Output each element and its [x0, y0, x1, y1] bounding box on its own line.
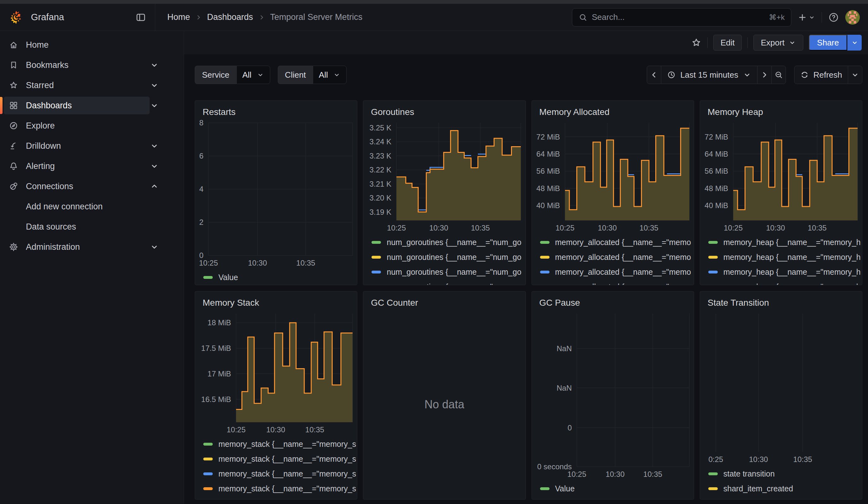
legend-marker	[540, 271, 549, 274]
legend-item[interactable]: Value	[203, 270, 357, 285]
svg-text:18 MiB: 18 MiB	[207, 318, 231, 327]
zoom-out-time-button[interactable]	[772, 66, 786, 84]
sidebar-item-label: Drilldown	[26, 141, 61, 151]
add-new-button[interactable]	[798, 13, 815, 22]
chevron-down-icon[interactable]	[149, 161, 159, 171]
chart-canvas[interactable]: 0246810:2510:3010:35	[195, 119, 357, 269]
chart-canvas[interactable]: 0 seconds0NaNNaN10:2510:3010:35	[532, 310, 694, 481]
chevron-down-icon[interactable]	[149, 242, 159, 252]
svg-text:10:30: 10:30	[248, 259, 267, 267]
chart-canvas[interactable]: 0:2510:3010:35	[700, 310, 862, 466]
service-selected-value: All	[242, 70, 251, 80]
legend-label: memory_allocated {__name__="memo	[555, 238, 691, 247]
legend-item[interactable]: memory_heap {__name__="memory_h	[708, 250, 862, 265]
breadcrumb-dashboards[interactable]: Dashboards	[207, 12, 253, 22]
legend-item[interactable]: memory_allocated {__name__="memo	[540, 250, 694, 265]
sidebar-item-starred[interactable]: Starred	[0, 75, 184, 95]
panel-title[interactable]: GC Counter	[363, 291, 525, 310]
panel-title[interactable]: Memory Heap	[700, 101, 862, 119]
legend-label: num_goroutines {__name__="num_go	[387, 253, 521, 262]
sidebar-item-bookmarks[interactable]: Bookmarks	[0, 55, 184, 75]
chevron-down-icon[interactable]	[149, 141, 159, 151]
legend-label: num_goroutines {__name__="num_go	[387, 238, 521, 247]
search-input[interactable]: Search... ⌘+k	[572, 8, 791, 27]
panel-memory-stack: Memory Stack 16.5 MiB17 MiB17.5 MiB18 Mi…	[195, 291, 357, 500]
panel-title[interactable]: Restarts	[195, 101, 357, 119]
legend-marker	[540, 256, 549, 259]
chart-canvas[interactable]: 40 MiB48 MiB56 MiB64 MiB72 MiB10:2510:30…	[532, 119, 694, 234]
user-avatar[interactable]	[845, 10, 860, 25]
legend-label: memory_stack {__name__="memory_s	[218, 454, 356, 464]
sidebar-item-add-new-connection[interactable]: Add new connection	[0, 196, 184, 217]
panel-title[interactable]: GC Pause	[532, 291, 694, 310]
legend-item[interactable]: memory_stack {__name__="memory_s	[203, 437, 357, 452]
panel-legend: Value	[532, 481, 694, 499]
legend-item[interactable]: memory_stack {__name__="memory_s	[203, 481, 357, 496]
sidebar-toggle-icon[interactable]	[135, 12, 146, 23]
legend-label: Value	[218, 273, 238, 282]
chart-canvas[interactable]: 40 MiB48 MiB56 MiB64 MiB72 MiB10:2510:30…	[700, 119, 862, 234]
favorite-star-button[interactable]	[691, 37, 702, 48]
legend-item[interactable]: memory_allocated {__name__="memo	[540, 279, 694, 285]
sidebar-item-dashboards[interactable]: Dashboards	[0, 95, 184, 116]
legend-marker	[708, 472, 718, 475]
legend-item[interactable]: num_goroutines {__name__="num_go	[372, 250, 525, 265]
svg-text:72 MiB: 72 MiB	[536, 133, 560, 141]
legend-item[interactable]: num_goroutines {__name__="num_go	[372, 265, 525, 279]
svg-text:10:25: 10:25	[567, 470, 586, 479]
export-button[interactable]: Export	[753, 35, 803, 51]
panel-gc-counter: GC Counter No data	[363, 291, 526, 500]
sidebar-item-alerting[interactable]: Alerting	[0, 156, 184, 176]
share-dropdown-button[interactable]	[847, 35, 862, 51]
legend-item[interactable]: num_goroutines {__name__="num_go	[372, 235, 525, 250]
time-shift-back-button[interactable]	[647, 66, 661, 84]
panel-title[interactable]: Goroutines	[363, 101, 525, 119]
legend-item[interactable]: Value	[540, 481, 694, 496]
svg-text:0: 0	[568, 423, 572, 432]
chart-canvas[interactable]: 3.19 K3.20 K3.21 K3.22 K3.23 K3.24 K3.25…	[363, 119, 525, 234]
legend-item[interactable]: memory_heap {__name__="memory_h	[708, 235, 862, 250]
legend-label: memory_stack {__name__="memory_s	[218, 440, 356, 449]
sidebar-item-drilldown[interactable]: Drilldown	[0, 136, 184, 156]
legend-item[interactable]: memory_heap {__name__="memory_h	[708, 265, 862, 279]
legend-item[interactable]: memory_stack {__name__="memory_s	[203, 466, 357, 481]
sidebar-item-explore[interactable]: Explore	[0, 116, 184, 136]
refresh-label: Refresh	[813, 70, 842, 80]
chart-canvas[interactable]: 16.5 MiB17 MiB17.5 MiB18 MiB10:2510:3010…	[195, 310, 357, 436]
edit-button[interactable]: Edit	[713, 35, 742, 51]
chevron-down-icon[interactable]	[149, 101, 159, 110]
chevron-up-icon[interactable]	[149, 182, 159, 191]
time-shift-forward-button[interactable]	[757, 66, 772, 84]
legend-item[interactable]: memory_heap {__name__="memory_h	[708, 279, 862, 285]
chevron-down-icon[interactable]	[149, 60, 159, 70]
breadcrumb-home[interactable]: Home	[167, 12, 190, 22]
legend-item[interactable]: shard_item_created	[708, 481, 862, 496]
time-range-picker[interactable]: Last 15 minutes	[661, 66, 757, 84]
sidebar-item-data-sources[interactable]: Data sources	[0, 217, 184, 237]
svg-text:10:30: 10:30	[598, 224, 617, 232]
panel-title[interactable]: Memory Stack	[195, 291, 357, 310]
sidebar-item-connections[interactable]: Connections	[0, 176, 184, 196]
help-button[interactable]	[828, 12, 839, 23]
share-button[interactable]: Share	[809, 35, 847, 51]
service-variable-value[interactable]: All	[236, 66, 270, 84]
legend-item[interactable]: memory_allocated {__name__="memo	[540, 265, 694, 279]
panel-legend: state transitionshard_item_created	[700, 466, 862, 499]
panel-title[interactable]: Memory Allocated	[532, 101, 694, 119]
legend-item[interactable]: memory_stack {__name__="memory_s	[203, 452, 357, 466]
panel-title[interactable]: State Transition	[700, 291, 862, 310]
client-variable-value[interactable]: All	[313, 66, 347, 84]
refresh-button[interactable]: Refresh	[794, 66, 848, 84]
legend-item[interactable]: state transition	[708, 466, 862, 481]
legend-item[interactable]: num_goroutines {__name__="num_go	[372, 279, 525, 285]
svg-text:3.19 K: 3.19 K	[370, 208, 391, 216]
legend-item[interactable]: memory_allocated {__name__="memo	[540, 235, 694, 250]
refresh-interval-dropdown[interactable]	[848, 66, 862, 84]
sidebar-item-home[interactable]: Home	[0, 35, 184, 55]
svg-text:2: 2	[199, 218, 203, 226]
svg-text:3.24 K: 3.24 K	[370, 137, 391, 146]
chevron-down-icon[interactable]	[149, 81, 159, 90]
bell-icon	[9, 161, 18, 171]
sidebar-item-administration[interactable]: Administration	[0, 237, 184, 257]
svg-text:NaN: NaN	[557, 344, 572, 353]
